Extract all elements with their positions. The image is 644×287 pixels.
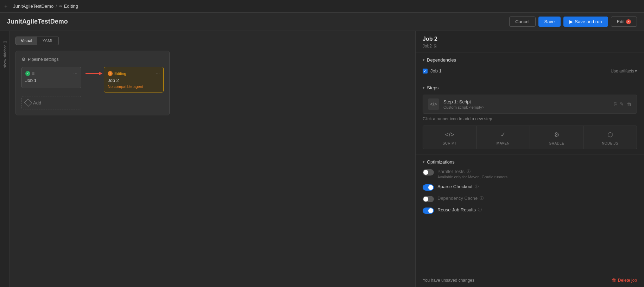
runner-gradle[interactable]: ⚙ GRADLE: [530, 126, 583, 149]
right-panel-body: ▾ Dependencies ✓ Job 1 Use artifacts ▾: [416, 52, 644, 273]
steps-header[interactable]: ▾ Steps: [423, 85, 637, 90]
use-artifacts-chevron: ▾: [635, 69, 637, 74]
reuse-job-results-item: Reuse Job Results ⓘ: [423, 207, 637, 214]
delete-job-button[interactable]: 🗑 Delete job: [612, 278, 637, 283]
sparse-checkout-item: Sparse Checkout ⓘ: [423, 184, 637, 191]
pipeline-row: ✓ ≡ ··· Job 1 ! Editi: [21, 67, 164, 93]
runner-nodejs[interactable]: ⬡ NODE.JS: [583, 126, 637, 149]
breadcrumb-repo[interactable]: JunitAgileTestDemo: [13, 4, 53, 9]
play-icon: ▶: [569, 19, 573, 24]
add-job-card[interactable]: Add: [21, 96, 81, 109]
step1-item: </> Step 1: Script Custom script: <empty…: [423, 95, 637, 114]
dependency-cache-toggle[interactable]: [423, 196, 434, 202]
runner-script[interactable]: </> SCRIPT: [423, 126, 476, 149]
job2-menu-icon[interactable]: ···: [156, 71, 160, 76]
header-actions: Cancel Save ▶ Save and run Edit ✕: [509, 17, 637, 27]
parallel-tests-item: Parallel Tests ⓘ Available only for Mave…: [423, 169, 637, 179]
job1-menu-icon[interactable]: ···: [73, 71, 77, 76]
right-panel-id: Job2 ⎘: [423, 44, 637, 49]
dependency-cache-label: Dependency Cache ⓘ: [437, 196, 637, 201]
dep-checkbox[interactable]: ✓: [423, 69, 428, 74]
step1-delete-icon[interactable]: 🗑: [627, 101, 632, 107]
right-panel-title: Job 2: [423, 36, 637, 42]
optimizations-header[interactable]: ▾ Optimizations: [423, 159, 637, 165]
step1-edit-icon[interactable]: ✎: [620, 101, 624, 107]
optimizations-section: ▾ Optimizations Parallel Tests ⓘ Availab…: [416, 154, 644, 224]
dependency-cache-info-icon[interactable]: ⓘ: [480, 196, 484, 201]
body: ⟨⟩ show sidebar Visual YAML ⚙ Pipeline s…: [0, 31, 644, 287]
save-and-run-button[interactable]: ▶ Save and run: [563, 17, 608, 27]
script-icon: </>: [430, 101, 437, 107]
visual-tab[interactable]: Visual: [15, 37, 37, 45]
canvas: Visual YAML ⚙ Pipeline settings ✓ ≡: [10, 31, 415, 287]
runner-maven[interactable]: ✓ MAVEN: [476, 126, 530, 149]
right-panel-footer: You have unsaved changes 🗑 Delete job: [416, 273, 644, 287]
dependencies-chevron: ▾: [423, 58, 425, 62]
sidebar-collapse-icon[interactable]: ⟨⟩: [2, 41, 7, 44]
parallel-tests-info-icon[interactable]: ⓘ: [467, 169, 471, 174]
job2-status-icon: !: [108, 71, 113, 76]
pipeline-settings-label: Pipeline settings: [28, 57, 58, 62]
delete-job-label: Delete job: [618, 278, 637, 283]
nodejs-runner-icon: ⬡: [607, 131, 613, 139]
reuse-job-results-label: Reuse Job Results ⓘ: [437, 207, 637, 212]
dep-job1-name: Job 1: [430, 68, 442, 74]
step1-script: Custom script: <empty>: [443, 105, 610, 109]
use-artifacts-button[interactable]: Use artifacts ▾: [611, 69, 637, 74]
add-tab-icon[interactable]: +: [4, 3, 7, 9]
edit-button[interactable]: Edit ✕: [611, 17, 637, 27]
job1-header: ✓ ≡ ···: [25, 71, 77, 76]
pipeline-settings[interactable]: ⚙ Pipeline settings: [21, 57, 164, 62]
layers-icon: ≡: [32, 71, 34, 76]
copy-id-icon[interactable]: ⎘: [434, 44, 436, 49]
main-header: JunitAgileTestDemo Cancel Save ▶ Save an…: [0, 13, 644, 31]
top-bar: + JunitAgileTestDemo / ✏ Editing: [0, 0, 644, 13]
add-step-label: Click a runner icon to add a new step: [423, 116, 637, 121]
cancel-button[interactable]: Cancel: [509, 17, 535, 27]
reuse-job-results-toggle[interactable]: [423, 208, 434, 214]
script-runner-icon: </>: [445, 131, 454, 139]
job2-name: Job 2: [108, 78, 160, 83]
pipeline-container: ⚙ Pipeline settings ✓ ≡ ··· Job 1: [15, 51, 170, 115]
parallel-tests-toggle[interactable]: [423, 169, 434, 176]
save-button[interactable]: Save: [538, 17, 561, 27]
sparse-checkout-toggle[interactable]: [423, 184, 434, 191]
job1-card[interactable]: ✓ ≡ ··· Job 1: [21, 67, 81, 88]
dependencies-header[interactable]: ▾ Dependencies: [423, 57, 637, 63]
gradle-runner-label: GRADLE: [549, 141, 564, 145]
gradle-runner-icon: ⚙: [554, 131, 560, 139]
step1-icon: </>: [428, 98, 439, 110]
script-runner-label: SCRIPT: [443, 141, 457, 145]
gear-icon: ⚙: [21, 57, 26, 62]
steps-section: ▾ Steps </> Step 1: Script Custom script…: [416, 80, 644, 154]
parallel-tests-label: Parallel Tests ⓘ: [437, 169, 637, 174]
job1-status: ✓ ≡: [25, 71, 34, 76]
breadcrumb-editing: ✏ Editing: [59, 4, 78, 9]
pencil-icon: ✏: [59, 4, 63, 9]
optimizations-label: Optimizations: [427, 159, 455, 165]
dep-left: ✓ Job 1: [423, 68, 442, 74]
job2-header: ! Editing ···: [108, 71, 160, 76]
optimizations-chevron: ▾: [423, 160, 425, 164]
sparse-checkout-label: Sparse Checkout ⓘ: [437, 184, 637, 189]
dependency-cache-item: Dependency Cache ⓘ: [423, 196, 637, 202]
parallel-tests-sublabel: Available only for Maven, Gradle runners: [437, 175, 637, 179]
steps-chevron: ▾: [423, 85, 425, 90]
arrow-connector: [86, 73, 100, 74]
show-sidebar-label[interactable]: show sidebar: [3, 45, 7, 68]
yaml-tab[interactable]: YAML: [37, 37, 59, 45]
step1-copy-icon[interactable]: ⎘: [614, 101, 617, 107]
parallel-tests-info: Parallel Tests ⓘ Available only for Mave…: [437, 169, 637, 179]
reuse-job-results-info: Reuse Job Results ⓘ: [437, 207, 637, 212]
job2-card[interactable]: ! Editing ··· Job 2 No compatible agent: [104, 67, 164, 93]
editing-label: Editing: [64, 4, 78, 9]
step1-name: Step 1: Script: [443, 99, 610, 104]
sparse-checkout-info-icon[interactable]: ⓘ: [475, 184, 479, 189]
runners-grid: </> SCRIPT ✓ MAVEN ⚙ GRADLE ⬡ NODE.JS: [423, 126, 637, 149]
use-artifacts-label: Use artifacts: [611, 69, 634, 74]
dependency-cache-info: Dependency Cache ⓘ: [437, 196, 637, 201]
reuse-job-results-info-icon[interactable]: ⓘ: [478, 207, 482, 212]
nodejs-runner-label: NODE.JS: [602, 141, 618, 145]
job1-status-icon: ✓: [25, 71, 30, 76]
dependency-item: ✓ Job 1 Use artifacts ▾: [423, 67, 637, 75]
